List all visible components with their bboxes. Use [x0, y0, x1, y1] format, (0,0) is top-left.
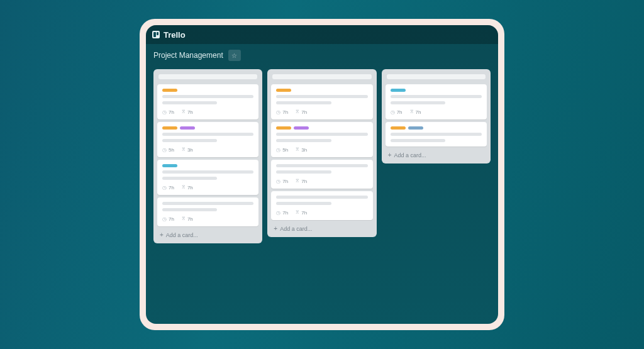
board-header: Project Management ☆ [146, 44, 498, 67]
card-meta: ◷7h ⧖7h [162, 216, 253, 222]
hourglass-icon: ⧖ [296, 209, 299, 216]
hourglass-icon: ⧖ [296, 147, 299, 153]
plus-icon: + [388, 152, 392, 158]
card-text-line [391, 101, 445, 104]
card[interactable]: ◷7h ⧖7h [271, 84, 372, 119]
meta-hourglass: ⧖7h [296, 178, 307, 184]
card-text-line [276, 101, 331, 104]
card-text-line [391, 139, 445, 142]
meta-hourglass: ⧖3h [296, 147, 307, 153]
card-meta: ◷7h ⧖7h [162, 109, 253, 115]
card[interactable]: ◷7h ⧖7h [271, 191, 372, 220]
card[interactable]: ◷7h ⧖7h [271, 160, 372, 189]
card-meta: ◷7h ⧖7h [276, 109, 367, 115]
hourglass-icon: ⧖ [182, 147, 186, 153]
card[interactable]: ◷5h ⧖3h [157, 122, 258, 157]
meta-hourglass: ⧖7h [296, 209, 307, 216]
meta-hourglass: ⧖7h [182, 184, 193, 191]
hourglass-icon: ⧖ [182, 184, 186, 191]
meta-clock: ◷7h [162, 216, 174, 222]
card-meta: ◷5h ⧖3h [162, 147, 253, 153]
meta-hourglass: ⧖7h [182, 109, 193, 115]
meta-clock: ◷7h [276, 179, 288, 184]
meta-hourglass: ⧖7h [410, 109, 421, 115]
meta-clock: ◷5h [162, 147, 174, 153]
list-title-placeholder[interactable] [387, 74, 486, 79]
star-button[interactable]: ☆ [228, 50, 241, 61]
card-labels [391, 89, 482, 92]
hourglass-icon: ⧖ [410, 109, 414, 115]
card-text-line [276, 164, 367, 167]
card-text-line [162, 170, 253, 174]
card-text-line [276, 133, 367, 136]
card-text-line [391, 133, 482, 136]
card-meta: ◷5h ⧖3h [276, 147, 367, 153]
card-meta: ◷7h ⧖7h [391, 109, 482, 115]
clock-icon: ◷ [162, 185, 167, 191]
card-meta: ◷7h ⧖7h [276, 178, 367, 184]
list: ◷7h ⧖7h ◷5h ⧖3h [267, 69, 376, 237]
card-meta: ◷7h ⧖7h [276, 209, 367, 216]
plus-icon: + [274, 225, 277, 232]
card-text-line [391, 95, 482, 98]
meta-clock: ◷7h [276, 109, 288, 115]
app-header: Trello [146, 25, 498, 44]
label-blue [162, 164, 177, 167]
app-screen: Trello Project Management ☆ ◷7h [146, 25, 498, 324]
meta-clock: ◷7h [391, 109, 402, 115]
label-orange [391, 126, 406, 130]
card[interactable]: ◷5h ⧖3h [271, 122, 372, 157]
clock-icon: ◷ [162, 216, 167, 222]
label-blue [391, 89, 406, 92]
meta-hourglass: ⧖7h [296, 109, 307, 115]
plus-icon: + [160, 231, 164, 238]
card-labels [276, 89, 367, 92]
add-card-label: Add a card... [394, 152, 426, 158]
meta-hourglass: ⧖7h [182, 216, 193, 222]
trello-logo-icon [152, 31, 160, 38]
meta-clock: ◷7h [162, 185, 174, 191]
add-card-button[interactable]: + Add a card... [271, 223, 372, 233]
card[interactable]: ◷7h ⧖7h [386, 84, 487, 119]
card-text-line [162, 139, 217, 142]
card[interactable]: ◷7h ⧖7h [157, 197, 258, 226]
add-card-button[interactable]: + Add a card... [157, 229, 258, 240]
list-title-placeholder[interactable] [272, 74, 371, 79]
card-labels [162, 164, 253, 167]
add-card-button[interactable]: + Add a card... [386, 149, 487, 160]
card-text-line [276, 139, 331, 142]
hourglass-icon: ⧖ [182, 109, 186, 115]
card[interactable]: ◷7h ⧖7h [157, 84, 258, 119]
label-orange [276, 89, 291, 92]
card-labels [162, 126, 253, 130]
board-title: Project Management [153, 51, 223, 60]
add-card-label: Add a card... [166, 232, 198, 238]
card-text-line [162, 177, 217, 180]
card[interactable]: ◷7h ⧖7h [157, 160, 258, 195]
list: ◷7h ⧖7h ◷5h ⧖3h [153, 69, 262, 243]
hourglass-icon: ⧖ [296, 178, 299, 184]
card-text-line [276, 202, 331, 205]
label-orange [162, 89, 177, 92]
card-labels [276, 126, 367, 130]
board-body: ◷7h ⧖7h ◷5h ⧖3h [146, 67, 498, 324]
label-purple [180, 126, 195, 130]
label-orange [162, 126, 177, 130]
card[interactable] [386, 122, 487, 147]
card-labels [391, 126, 482, 130]
card-text-line [162, 208, 217, 211]
clock-icon: ◷ [276, 109, 280, 115]
card-text-line [162, 202, 253, 205]
clock-icon: ◷ [391, 109, 395, 115]
label-orange [276, 126, 291, 130]
label-purple [294, 126, 309, 130]
star-icon: ☆ [231, 52, 237, 59]
list-title-placeholder[interactable] [158, 74, 257, 79]
clock-icon: ◷ [162, 147, 167, 153]
list: ◷7h ⧖7h + Add a card... [382, 69, 491, 163]
card-text-line [162, 133, 253, 136]
add-card-label: Add a card... [280, 226, 312, 232]
clock-icon: ◷ [276, 210, 280, 216]
card-text-line [276, 170, 331, 174]
device-frame: Trello Project Management ☆ ◷7h [140, 19, 504, 330]
